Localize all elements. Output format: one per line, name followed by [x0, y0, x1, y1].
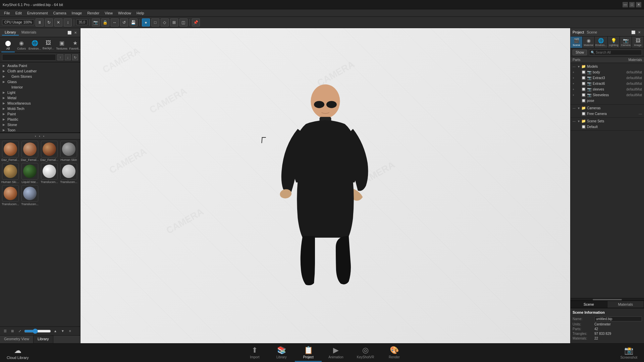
ss-collapse[interactable]: —	[573, 120, 577, 123]
sort-asc-button[interactable]: ↑	[57, 54, 63, 60]
body-plus[interactable]: +	[573, 71, 577, 74]
nav-favorites[interactable]: ★ Favorit...	[68, 39, 82, 52]
library-search-input[interactable]	[2, 54, 56, 61]
materials-switch-btn[interactable]: Materials	[607, 301, 644, 308]
animation-nav-item[interactable]: ▶ Animation	[322, 344, 350, 362]
compare-button[interactable]: ◫	[179, 18, 187, 26]
nav-backplate[interactable]: 🖼 Backpl...	[42, 39, 55, 52]
tree-axalta-paint[interactable]: ▶ Axalta Paint	[0, 63, 80, 68]
show-button[interactable]: Show	[573, 50, 587, 55]
settings-button[interactable]: ✕	[54, 18, 62, 26]
right-tab-image[interactable]: 🖼 Image	[632, 37, 644, 48]
thumb-daz-femal-2[interactable]: Daz_Femal...	[21, 141, 39, 162]
rtree-pose[interactable]: + 🔲 pose	[571, 98, 644, 104]
render-nav-item[interactable]: 🎨 Render	[381, 344, 408, 362]
library-nav-item[interactable]: 📚 Library	[268, 344, 295, 362]
scene-search[interactable]: 🔍	[589, 50, 642, 55]
thumb-translucent-1[interactable]: Translucen...	[40, 163, 58, 184]
scene-name-input[interactable]	[594, 316, 642, 321]
panel-float-button[interactable]: ⬜	[67, 30, 72, 35]
rtree-body[interactable]: + 🔲 📷 body defaultMat	[571, 69, 644, 75]
menu-view[interactable]: View	[102, 10, 115, 16]
tree-light[interactable]: ▶ Light	[0, 90, 80, 95]
menu-file[interactable]: File	[1, 10, 13, 16]
tree-gem-stones[interactable]: ▶ Gem Stones	[0, 74, 80, 79]
library-tab[interactable]: Library	[34, 336, 53, 343]
nav-all[interactable]: ⬤ All	[1, 39, 15, 52]
models-collapse-icon[interactable]: —	[573, 65, 577, 68]
menu-edit[interactable]: Edit	[13, 10, 24, 16]
thumbnail-size-slider[interactable]	[24, 328, 51, 334]
material-button[interactable]: ◇	[161, 18, 169, 26]
expand-button[interactable]: ⤢	[17, 328, 23, 334]
rtree-default[interactable]: + 🔲 Default	[571, 124, 644, 130]
keyshot-vr-nav-item[interactable]: ◎ KeyShotVR	[350, 344, 381, 362]
rtree-extract3[interactable]: + 🔲 📷 Extract3 defaultMat	[571, 75, 644, 81]
viewport[interactable]: CAMERA CAMERA CAMERA CAMERA CAMERA CAMER…	[80, 28, 570, 343]
split-view-button[interactable]: ⊞	[170, 18, 178, 26]
panel-close-button[interactable]: ✕	[73, 30, 78, 35]
sleeves-plus[interactable]: +	[573, 88, 577, 91]
extract6-plus[interactable]: +	[573, 82, 577, 85]
project-nav-item[interactable]: 📋 Project	[295, 344, 322, 362]
options-button[interactable]: ≡	[67, 328, 73, 334]
rtree-extract6[interactable]: + 🔲 📷 Extract6 defaultMat	[571, 81, 644, 86]
tree-plastic[interactable]: ▶ Plastic	[0, 117, 80, 122]
extract3-plus[interactable]: +	[573, 76, 577, 80]
project-tab[interactable]: Project	[573, 30, 584, 34]
rtree-sleeveless[interactable]: + 🔲 📷 Sleeveless defaultMat	[571, 92, 644, 98]
thumb-translucent-3[interactable]: Translucen...	[1, 185, 19, 206]
scene-header-tab[interactable]: Scene	[587, 30, 597, 34]
tree-metal[interactable]: ▶ Metal	[0, 95, 80, 101]
tree-stone[interactable]: ▶ Stone	[0, 122, 80, 127]
menu-render[interactable]: Render	[85, 10, 102, 16]
right-tab-lighting[interactable]: 💡 Lighting	[608, 37, 620, 48]
geometry-view-tab[interactable]: Geometry View	[0, 336, 34, 343]
rtree-cameras[interactable]: — ▼ 📁 Cameras	[571, 105, 644, 111]
pin-button[interactable]: 📌	[192, 18, 200, 26]
camera-lock-button[interactable]: 🔒	[101, 18, 109, 26]
tab-materials[interactable]: Materials	[19, 29, 39, 36]
tree-cloth-leather[interactable]: ▶ Cloth and Leather	[0, 68, 80, 74]
refresh-button[interactable]: ↻	[45, 18, 53, 26]
tree-toon[interactable]: ▶ Toon	[0, 127, 80, 133]
cameras-collapse[interactable]: —	[573, 107, 577, 110]
menu-window[interactable]: Window	[115, 10, 134, 16]
thumb-daz-femal-3[interactable]: Daz_Femal...	[40, 141, 58, 162]
tree-paint[interactable]: ▶ Paint	[0, 111, 80, 117]
pause-button[interactable]: ⏸	[36, 18, 44, 26]
rtree-sleeves[interactable]: + 🔲 📷 sleeves defaultMat	[571, 86, 644, 92]
tree-miscellaneous[interactable]: ▶ Miscellaneous	[0, 101, 80, 106]
menu-camera[interactable]: Camera	[50, 10, 69, 16]
render-mode-button[interactable]: ●	[142, 18, 150, 26]
thumb-human-skin-2[interactable]: Human Skin 2	[1, 163, 19, 184]
rtree-free-camera[interactable]: + 🔲 Free Camera —	[571, 111, 644, 117]
reset-button[interactable]: ↺	[120, 18, 128, 26]
rtree-scene-sets[interactable]: — ▼ 📁 Scene Sets	[571, 118, 644, 124]
right-tab-camera[interactable]: 📷 Camera	[620, 37, 632, 48]
right-tab-environment[interactable]: 🌐 Environ...	[595, 37, 608, 48]
save-button[interactable]: 💾	[129, 18, 138, 26]
wireframe-button[interactable]: □	[151, 18, 159, 26]
grid-view-button[interactable]: ⊞	[9, 328, 15, 334]
tree-interior[interactable]: ▶ Interior	[0, 84, 80, 90]
nav-colors[interactable]: ◉ Colors	[15, 39, 28, 52]
tree-glass[interactable]: ▶ Glass	[0, 79, 80, 84]
move-button[interactable]: ↕	[64, 18, 72, 26]
nav-textures[interactable]: ▣ Textures	[55, 39, 68, 52]
camera-pan-button[interactable]: ↔	[111, 18, 119, 26]
rtree-models[interactable]: — ▼ 📁 Models	[571, 64, 644, 69]
camera-set-button[interactable]: 📷	[92, 18, 100, 26]
scene-switch-btn[interactable]: Scene	[571, 301, 607, 308]
zoom-in-button[interactable]: ▲	[52, 328, 58, 334]
sleeveless-plus[interactable]: +	[573, 94, 577, 97]
scene-search-input[interactable]	[596, 51, 640, 54]
sort-desc-button[interactable]: ↓	[65, 54, 71, 60]
menu-image[interactable]: Image	[69, 10, 85, 16]
thumb-liquid-water[interactable]: Liquid Wat...	[21, 163, 39, 184]
minimize-button[interactable]: —	[623, 2, 628, 7]
tab-library[interactable]: Library	[2, 29, 19, 36]
refresh-library-button[interactable]: ↻	[72, 54, 78, 60]
list-view-button[interactable]: ☰	[2, 328, 8, 334]
nav-environment[interactable]: 🌐 Environ...	[28, 39, 42, 52]
